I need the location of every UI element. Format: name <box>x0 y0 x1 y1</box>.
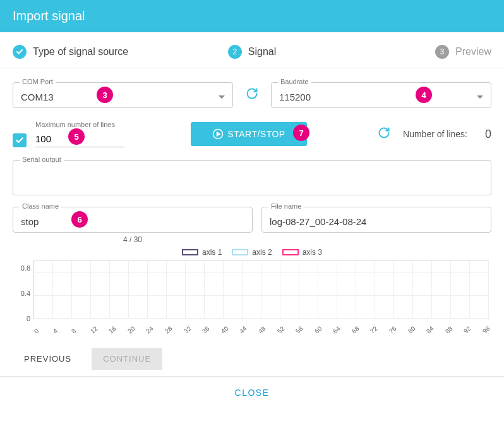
field-label: Baudrate <box>278 78 311 85</box>
check-icon <box>13 45 27 59</box>
max-lines-input[interactable] <box>35 131 124 147</box>
step-label: Preview <box>455 46 491 58</box>
step-label: Type of signal source <box>33 46 128 58</box>
chevron-down-icon <box>477 95 483 99</box>
field-label: Serial output <box>20 156 64 163</box>
field-label: COM Port <box>20 78 56 85</box>
baudrate-value: 115200 <box>279 92 311 102</box>
field-label: Class name <box>20 202 61 210</box>
swatch-icon <box>232 249 248 255</box>
com-port-select[interactable]: COM Port COM13 3 <box>13 82 233 108</box>
legend-item: axis 1 <box>182 248 222 257</box>
step-signal[interactable]: 2 Signal <box>172 45 332 59</box>
previous-button[interactable]: PREVIOUS <box>13 348 83 370</box>
num-lines-label: Number of lines: <box>403 129 467 139</box>
step-number-icon: 2 <box>228 45 242 59</box>
class-name-input-wrap[interactable]: Class name stop 6 <box>13 207 253 233</box>
close-button[interactable]: CLOSE <box>235 388 270 398</box>
legend-label: axis 1 <box>202 248 222 257</box>
swatch-icon <box>182 249 198 255</box>
legend-item: axis 3 <box>282 248 322 257</box>
refresh-output-button[interactable] <box>374 124 394 145</box>
com-port-value: COM13 <box>21 92 54 102</box>
step-number-icon: 3 <box>435 45 449 59</box>
refresh-com-button[interactable] <box>242 85 262 106</box>
legend-item: axis 2 <box>232 248 272 257</box>
max-lines-checkbox[interactable] <box>13 133 27 147</box>
num-lines-value: 0 <box>476 128 491 141</box>
step-label: Signal <box>248 46 276 58</box>
y-axis-labels: 0.80.40 <box>13 260 30 319</box>
preview-chart: 0.80.40 04812162024283236404448525660646… <box>13 260 491 336</box>
field-label: File name <box>268 202 304 210</box>
class-name-value: stop <box>21 216 39 227</box>
dialog-header: Import signal <box>0 0 504 32</box>
baudrate-select[interactable]: Baudrate 115200 4 <box>271 82 491 108</box>
swatch-icon <box>282 249 299 255</box>
legend-label: axis 3 <box>303 248 322 257</box>
chart-legend: axis 1 axis 2 axis 3 <box>13 248 491 257</box>
char-counter: 4 / 30 <box>13 235 253 244</box>
file-name-input-wrap[interactable]: File name log-08-27_00-24-08-24 <box>261 207 491 233</box>
chevron-down-icon <box>219 95 225 99</box>
button-label: START/STOP <box>227 129 285 139</box>
step-source[interactable]: Type of signal source <box>13 45 172 59</box>
start-stop-button[interactable]: START/STOP <box>191 122 306 146</box>
svg-marker-1 <box>217 132 220 136</box>
legend-label: axis 2 <box>252 248 272 257</box>
continue-button: CONTINUE <box>92 348 162 370</box>
dialog-title: Import signal <box>13 9 85 23</box>
step-preview: 3 Preview <box>332 45 491 59</box>
serial-output-area: Serial output <box>13 160 491 195</box>
field-label: Maximum number of lines <box>35 121 124 128</box>
file-name-value: log-08-27_00-24-08-24 <box>270 216 366 227</box>
stepper: Type of signal source 2 Signal 3 Preview <box>0 32 504 68</box>
x-axis-labels: 0481216202428323640444852566064687276808… <box>33 329 489 336</box>
